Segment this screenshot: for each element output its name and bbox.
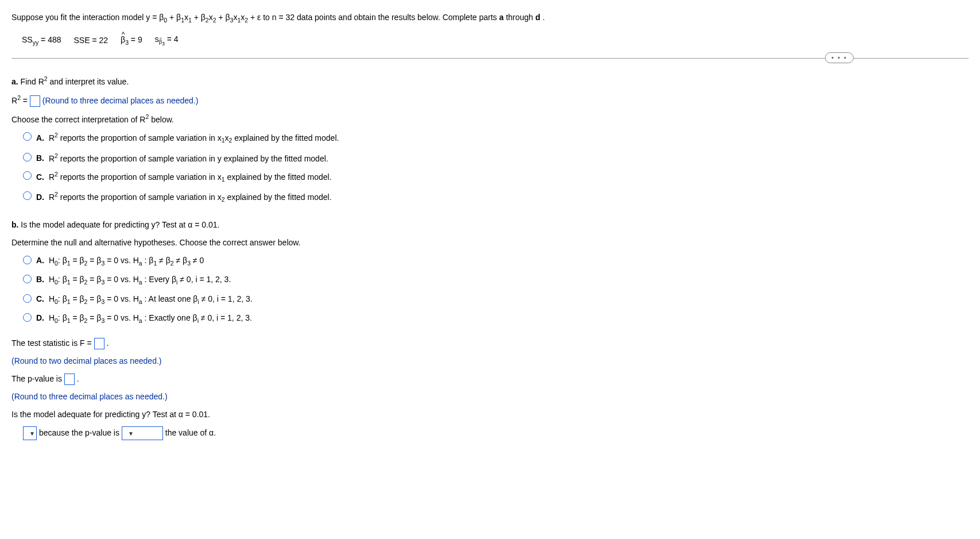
section-divider: • • • — [11, 58, 969, 59]
problem-statement: Suppose you fit the interaction model y … — [11, 11, 969, 25]
r2-input[interactable] — [30, 95, 40, 107]
caret-down-icon: ▼ — [29, 429, 35, 438]
more-options-icon[interactable]: • • • — [825, 52, 854, 63]
part-b-option-a[interactable]: A. H0: β1 = β2 = β3 = 0 vs. Ha : β1 ≠ β2… — [23, 255, 969, 268]
ssyy: SSyy = 488 — [22, 34, 61, 48]
conclusion-select-2[interactable]: ▼ — [122, 426, 163, 440]
intro-text-2: + ε to n = 32 data points and obtain the… — [250, 13, 499, 22]
sub-0: 0 — [164, 17, 167, 24]
intro-text-1: Suppose you fit the interaction model y … — [11, 13, 164, 22]
r2-round-note: (Round to three decimal places as needed… — [42, 95, 199, 105]
radio-icon[interactable] — [23, 256, 32, 264]
hat-icon: β — [121, 34, 125, 46]
part-b-option-c[interactable]: C. H0: β1 = β2 = β3 = 0 vs. Ha : At leas… — [23, 293, 969, 307]
radio-icon[interactable] — [23, 132, 32, 141]
bold-a: a — [499, 13, 503, 22]
radio-icon[interactable] — [23, 191, 32, 200]
radio-icon[interactable] — [23, 294, 32, 303]
conclusion-select-1[interactable]: ▼ — [23, 426, 37, 440]
part-b-title: b. Is the model adequate for predicting … — [11, 219, 969, 231]
part-a-title: a. Find R2 and interpret its value. — [11, 75, 969, 88]
radio-icon[interactable] — [23, 275, 32, 283]
f-stat-row: The test statistic is F = . — [11, 337, 969, 349]
interp-label: Choose the correct interpretation of R2 … — [11, 113, 969, 126]
beta3-hat: β3 = 9 — [121, 34, 142, 48]
part-a-option-a[interactable]: A. R2 reports the proportion of sample v… — [23, 131, 969, 145]
part-b-option-d[interactable]: D. H0: β1 = β2 = β3 = 0 vs. Ha : Exactly… — [23, 312, 969, 326]
p-value-row: The p-value is . — [11, 373, 969, 385]
sse: SSE = 22 — [74, 34, 109, 47]
radio-icon[interactable] — [23, 313, 32, 322]
f-round-note: (Round to two decimal places as needed.) — [11, 355, 969, 367]
part-a-option-d[interactable]: D. R2 reports the proportion of sample v… — [23, 190, 969, 205]
r2-input-row: R2 = (Round to three decimal places as n… — [11, 94, 969, 107]
caret-down-icon: ▼ — [128, 429, 134, 438]
conclusion-row: ▼ because the p-value is ▼ the value of … — [11, 426, 969, 440]
plus1: + β — [169, 13, 181, 22]
p-round-note: (Round to three decimal places as needed… — [11, 391, 969, 403]
p-value-input[interactable] — [64, 374, 75, 385]
adequate-question: Is the model adequate for predicting y? … — [11, 409, 969, 421]
hyp-label: Determine the null and alternative hypot… — [11, 237, 969, 249]
radio-icon[interactable] — [23, 171, 32, 180]
part-b-option-b[interactable]: B. H0: β1 = β2 = β3 = 0 vs. Ha : Every β… — [23, 274, 969, 287]
part-a-option-c[interactable]: C. R2 reports the proportion of sample v… — [23, 170, 969, 184]
part-a-option-b[interactable]: B. R2 reports the proportion of sample v… — [23, 152, 969, 165]
s-beta3: sβ3 = 4 — [155, 33, 179, 48]
given-values: SSyy = 488 SSE = 22 β3 = 9 sβ3 = 4 — [11, 33, 969, 48]
f-stat-input[interactable] — [94, 338, 104, 349]
bold-d: d — [536, 13, 541, 22]
radio-icon[interactable] — [23, 153, 32, 161]
